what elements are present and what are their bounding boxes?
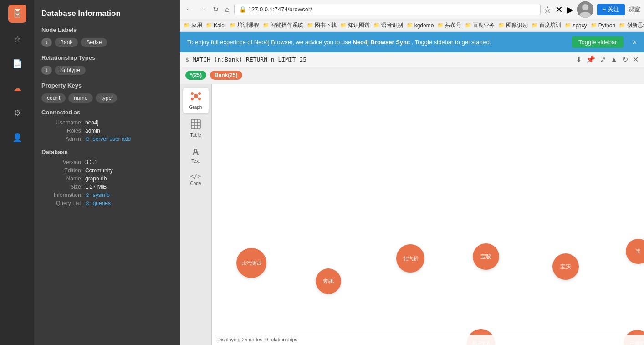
bookmark-icon[interactable]: ☆ bbox=[543, 4, 552, 15]
refresh-query-icon[interactable]: ↻ bbox=[622, 55, 628, 64]
pin-icon[interactable]: 📌 bbox=[586, 55, 595, 64]
query-list-row: Query List: :queries bbox=[41, 200, 173, 206]
relationship-types-heading: Relationship Types bbox=[41, 54, 173, 61]
home-button[interactable]: ⌂ bbox=[223, 5, 231, 15]
nav-page[interactable]: 📄 bbox=[9, 56, 26, 72]
bookmark-python[interactable]: Python bbox=[591, 22, 615, 29]
query-header: $ MATCH (n:Bank) RETURN n LIMIT 25 ⬇ 📌 ⤢… bbox=[180, 52, 644, 67]
table-icon bbox=[191, 119, 201, 131]
version-value: 3.3.1 bbox=[85, 159, 97, 165]
bookmark-training[interactable]: 培训课程 bbox=[230, 21, 259, 29]
close-tab-icon[interactable]: ✕ bbox=[555, 4, 563, 15]
node-right1[interactable]: 宝 bbox=[626, 239, 644, 264]
dollar-sign: $ bbox=[185, 56, 193, 63]
tag-bank-nodes[interactable]: Bank(25) bbox=[210, 71, 242, 80]
node-baowei[interactable]: 宝沃 bbox=[552, 253, 579, 280]
result-frame: $ MATCH (n:Bank) RETURN n LIMIT 25 ⬇ 📌 ⤢… bbox=[180, 52, 644, 345]
download-icon[interactable]: ⬇ bbox=[576, 55, 582, 64]
node-label-plus[interactable]: + bbox=[41, 38, 52, 47]
connected-as-heading: Connected as bbox=[41, 109, 173, 116]
info-row: Information: :sysinfo bbox=[41, 192, 173, 198]
svg-line-11 bbox=[197, 97, 198, 98]
chevron-up-icon[interactable]: ▲ bbox=[610, 56, 618, 64]
tool-sidebar: Graph Table bbox=[180, 84, 212, 345]
nav-cloud[interactable]: ☁ bbox=[9, 80, 26, 97]
table-tool-label: Table bbox=[190, 133, 201, 138]
banner-actions: Toggle sidebar × bbox=[572, 36, 637, 48]
prop-key-type[interactable]: type bbox=[96, 93, 117, 103]
node-baojun[interactable]: 宝骏 bbox=[473, 243, 499, 270]
address-bar[interactable]: 🔒 127.0.0.1:7474/browser/ bbox=[234, 4, 541, 15]
node-biqiceshi[interactable]: 比汽测试 bbox=[236, 248, 266, 278]
browser-bar: ← → ↻ ⌂ 🔒 127.0.0.1:7474/browser/ ☆ ✕ ▶ … bbox=[180, 0, 644, 19]
bookmark-toutiao[interactable]: 头条号 bbox=[437, 21, 461, 29]
bookmark-image-recog[interactable]: 图像识别 bbox=[498, 21, 528, 29]
bookmark-innovation[interactable]: 创新思维 bbox=[619, 21, 644, 29]
text-tool-label: Text bbox=[191, 159, 199, 164]
query-list-value[interactable]: :queries bbox=[85, 200, 111, 206]
bookmark-books[interactable]: 图书下载 bbox=[307, 21, 337, 29]
bookmark-kaldi[interactable]: Kaldi bbox=[206, 22, 226, 29]
code-icon: </> bbox=[190, 173, 201, 180]
graph-tool-button[interactable]: Graph bbox=[183, 88, 209, 113]
bookmark-baidu-biz[interactable]: 百度业务 bbox=[465, 21, 495, 29]
lock-icon: 🔒 bbox=[239, 6, 246, 13]
roles-label: Roles: bbox=[41, 128, 82, 134]
rel-type-plus[interactable]: + bbox=[41, 66, 52, 75]
bookmark-speech[interactable]: 语音识别 bbox=[373, 21, 403, 29]
svg-line-8 bbox=[194, 94, 195, 95]
menu-icon[interactable]: ▶ bbox=[567, 4, 573, 15]
bookmark-apps[interactable]: 应用 bbox=[184, 21, 202, 29]
classroom-link[interactable]: 课室 bbox=[629, 5, 640, 14]
query-list-label: Query List: bbox=[41, 200, 82, 206]
node-label-bank[interactable]: Bank bbox=[55, 38, 78, 47]
db-name-value: graph.db bbox=[85, 175, 107, 182]
follow-button[interactable]: + 关注 bbox=[597, 4, 625, 15]
app-logo: 🗄 bbox=[8, 5, 26, 23]
bookmark-kg[interactable]: 知识图谱 bbox=[340, 21, 370, 29]
node-label-serise[interactable]: Serise bbox=[81, 38, 107, 47]
banner-close-button[interactable]: × bbox=[633, 38, 637, 46]
nav-gear[interactable]: ⚙ bbox=[9, 105, 26, 121]
prop-key-count[interactable]: count bbox=[41, 93, 66, 103]
tag-all-nodes[interactable]: *(25) bbox=[185, 71, 206, 80]
edition-row: Edition: Community bbox=[41, 167, 173, 174]
bookmark-spacy[interactable]: spacy bbox=[565, 22, 587, 29]
table-tool-button[interactable]: Table bbox=[183, 115, 209, 141]
graph-tool-label: Graph bbox=[189, 105, 202, 110]
nav-user[interactable]: 👤 bbox=[9, 129, 26, 146]
expand-icon[interactable]: ⤢ bbox=[600, 55, 606, 64]
node-beiqixin[interactable]: 北汽新 bbox=[396, 244, 424, 273]
nav-star[interactable]: ☆ bbox=[9, 31, 26, 47]
code-tool-button[interactable]: </> Code bbox=[183, 169, 209, 190]
info-value[interactable]: :sysinfo bbox=[85, 192, 110, 198]
svg-point-1 bbox=[582, 4, 588, 10]
size-value: 1.27 MiB bbox=[85, 184, 107, 190]
admin-row: Admin: :server user add bbox=[41, 136, 173, 142]
toggle-sidebar-button[interactable]: Toggle sidebar bbox=[572, 36, 624, 48]
browser-wrapper: ← → ↻ ⌂ 🔒 127.0.0.1:7474/browser/ ☆ ✕ ▶ … bbox=[180, 0, 644, 345]
username-row: Username: neo4j bbox=[41, 119, 173, 126]
bookmark-ai-os[interactable]: 智能操作系统 bbox=[263, 21, 303, 29]
back-button[interactable]: ← bbox=[184, 5, 194, 15]
icon-bar: 🗄 ☆ 📄 ☁ ⚙ 👤 bbox=[0, 0, 34, 345]
node-benchi[interactable]: 奔驰 bbox=[316, 268, 341, 294]
bookmark-baidu-train[interactable]: 百度培训 bbox=[532, 21, 561, 29]
bookmark-kgdemo[interactable]: kgdemo bbox=[407, 22, 434, 29]
svg-line-9 bbox=[197, 94, 198, 95]
avatar bbox=[577, 1, 593, 18]
prop-key-name[interactable]: name bbox=[68, 93, 93, 103]
status-bar: Displaying 25 nodes, 0 relationships. bbox=[212, 335, 644, 345]
relationship-types-row: + Subtype bbox=[41, 66, 173, 75]
admin-value[interactable]: :server user add bbox=[85, 136, 131, 142]
close-result-icon[interactable]: ✕ bbox=[633, 55, 639, 64]
info-banner: To enjoy full experince of Neo4j Browser… bbox=[180, 32, 644, 52]
roles-value: admin bbox=[85, 128, 100, 134]
svg-rect-12 bbox=[191, 119, 200, 129]
database-section: Database Version: 3.3.1 Edition: Communi… bbox=[41, 149, 173, 206]
refresh-button[interactable]: ↻ bbox=[211, 4, 220, 15]
rel-type-subtype[interactable]: Subtype bbox=[55, 66, 86, 75]
forward-button[interactable]: → bbox=[197, 5, 208, 15]
text-tool-button[interactable]: A Text bbox=[183, 143, 209, 167]
svg-line-10 bbox=[194, 97, 195, 98]
